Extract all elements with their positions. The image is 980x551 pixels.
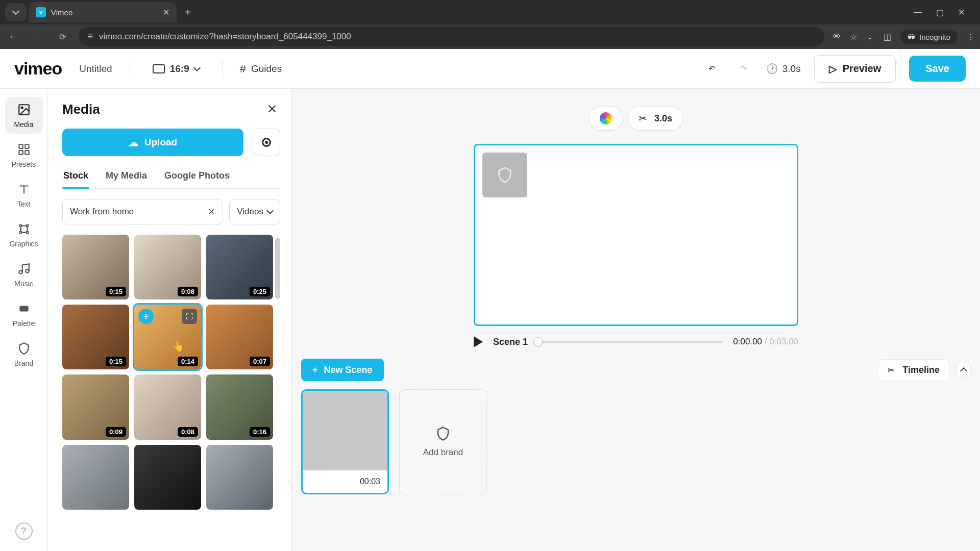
media-thumbnail[interactable] [134, 445, 201, 510]
preview-label: Preview [843, 63, 881, 74]
rail-music[interactable]: Music [5, 256, 43, 293]
svg-rect-5 [25, 151, 29, 155]
rail-label: Media [14, 120, 33, 129]
reload-button[interactable]: ⟳ [54, 29, 70, 45]
add-brand-label: Add brand [423, 447, 463, 458]
text-icon [17, 183, 31, 196]
canvas-toolbar: ✂ 3.0s [292, 106, 980, 131]
undo-button[interactable]: ↶ [703, 60, 721, 78]
tab-google-photos[interactable]: Google Photos [163, 170, 231, 188]
progress-knob[interactable] [533, 337, 543, 346]
clear-search-icon[interactable]: ✕ [208, 206, 215, 217]
site-info-icon[interactable]: ≡ [88, 32, 93, 42]
media-thumbnail[interactable]: 0:15 [62, 235, 129, 299]
color-wheel-icon [600, 112, 612, 124]
upload-button[interactable]: ☁ Upload [62, 129, 243, 156]
rail-label: Presets [12, 160, 36, 168]
project-title[interactable]: Untitled [79, 63, 112, 74]
search-input[interactable] [70, 207, 203, 217]
forward-button[interactable]: → [30, 29, 46, 45]
media-thumbnail[interactable]: 0:09 [62, 374, 129, 439]
rail-graphics[interactable]: Graphics [5, 216, 43, 253]
rail-brand[interactable]: Brand [5, 336, 43, 372]
media-type-filter[interactable]: Videos [229, 199, 280, 224]
rail-media[interactable]: Media [5, 97, 43, 134]
save-button[interactable]: Save [909, 56, 966, 82]
close-tab-icon[interactable]: ✕ [163, 8, 169, 17]
scene-label: Scene 1 [493, 337, 528, 347]
project-duration[interactable]: 🕑 3.0s [766, 63, 801, 74]
timeline-label: Timeline [902, 365, 940, 375]
close-window-icon[interactable]: ✕ [958, 8, 965, 17]
search-field[interactable]: ✕ [62, 199, 223, 224]
divider [130, 59, 130, 79]
play-button[interactable] [474, 336, 483, 347]
bookmark-icon[interactable]: ☆ [850, 32, 857, 42]
media-thumbnail[interactable]: 0:16 [206, 374, 273, 439]
browser-tab[interactable]: v Vimeo ✕ [29, 2, 177, 22]
svg-point-11 [26, 269, 29, 273]
aspect-ratio-selector[interactable]: 16:9 [148, 60, 205, 78]
tab-search-button[interactable] [5, 3, 27, 21]
media-thumbnail[interactable] [62, 445, 129, 510]
vimeo-logo[interactable]: vimeo [14, 59, 62, 79]
scrollbar[interactable] [275, 238, 280, 299]
rail-text[interactable]: Text [5, 177, 43, 213]
chevron-up-icon [960, 367, 967, 374]
eye-off-icon[interactable]: 👁 [832, 32, 841, 41]
record-button[interactable] [253, 129, 280, 156]
media-thumbnail[interactable]: 0:25 [206, 235, 273, 299]
upload-icon: ☁ [129, 137, 138, 148]
panel-title: Media [62, 102, 100, 117]
url-text: vimeo.com/create/customize?hash=storyboa… [99, 32, 351, 42]
color-picker-button[interactable] [589, 106, 623, 131]
scissors-icon: ✂ [639, 112, 647, 124]
svg-rect-4 [19, 151, 23, 155]
expand-media-icon[interactable]: ⛶ [182, 309, 197, 324]
overflow-menu-icon[interactable]: ⋮ [967, 32, 975, 42]
video-stage[interactable] [474, 144, 798, 326]
downloads-icon[interactable]: ⭳ [866, 32, 874, 41]
scene-card[interactable]: 00:03 [301, 389, 389, 494]
redo-button[interactable]: ↷ [734, 60, 753, 78]
preview-button[interactable]: ▷ Preview [814, 55, 896, 83]
svg-point-8 [19, 231, 21, 233]
scene-duration: 00:03 [303, 470, 387, 493]
palette-icon [17, 302, 31, 315]
scene-progress[interactable] [538, 341, 723, 343]
help-button[interactable]: ? [15, 522, 33, 540]
add-media-icon[interactable]: + [138, 309, 154, 324]
rail-presets[interactable]: Presets [5, 137, 43, 173]
media-thumbnail[interactable]: 0:15 [62, 305, 129, 369]
rail-label: Brand [14, 359, 33, 367]
timeline-collapse-button[interactable] [957, 363, 971, 377]
incognito-badge[interactable]: 🕶 Incognito [900, 30, 958, 44]
minimize-icon[interactable]: — [914, 8, 922, 17]
panel-close-button[interactable]: ✕ [264, 101, 280, 117]
tab-stock[interactable]: Stock [62, 170, 89, 188]
new-scene-button[interactable]: + New Scene [301, 359, 384, 381]
new-tab-button[interactable]: + [179, 3, 197, 21]
back-button[interactable]: ← [5, 29, 21, 45]
add-brand-slot[interactable]: Add brand [399, 389, 487, 494]
canvas-area: ✂ 3.0s Scene 1 0:00.00 / [292, 89, 980, 551]
divider [222, 59, 223, 79]
media-thumbnail[interactable]: 0:08 [134, 235, 201, 299]
media-thumbnail[interactable]: 0:07 [206, 305, 273, 369]
side-panel-icon[interactable]: ◫ [884, 32, 891, 42]
maximize-icon[interactable]: ▢ [936, 8, 944, 17]
media-thumbnail-selected[interactable]: + ⛶ 👆 0:14 [134, 305, 201, 369]
media-thumbnail[interactable]: 0:08 [134, 374, 201, 439]
guides-button[interactable]: # Guides [240, 62, 282, 76]
url-field[interactable]: ≡ vimeo.com/create/customize?hash=storyb… [79, 27, 824, 46]
browser-chrome: v Vimeo ✕ + — ▢ ✕ ← → ⟳ ≡ vimeo.com/crea… [0, 0, 980, 49]
svg-rect-2 [19, 144, 23, 148]
toolbar-duration: 3.0s [654, 113, 672, 124]
timeline-toggle[interactable]: ✂ Timeline [878, 359, 949, 381]
trim-button[interactable]: ✂ 3.0s [628, 106, 683, 131]
tab-my-media[interactable]: My Media [105, 170, 148, 188]
graphics-icon [17, 222, 31, 236]
incognito-icon: 🕶 [908, 33, 915, 41]
media-thumbnail[interactable] [206, 445, 273, 510]
rail-palette[interactable]: Palette [5, 296, 43, 333]
